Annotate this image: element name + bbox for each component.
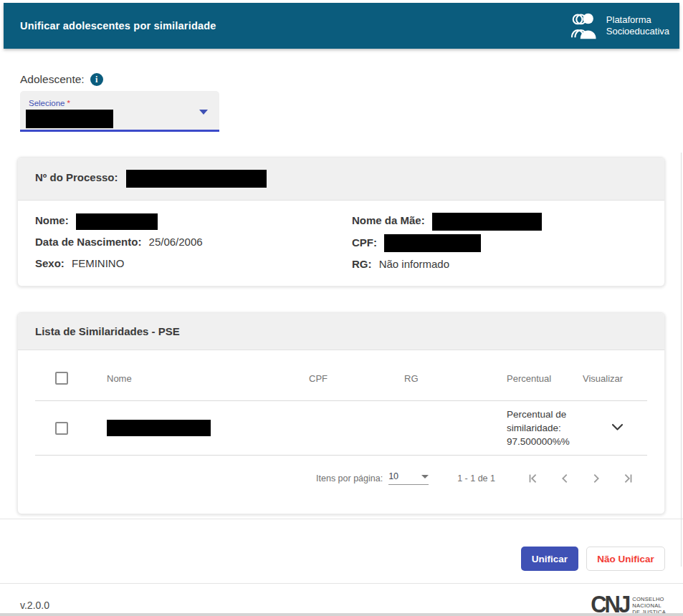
- unificar-button[interactable]: Unificar: [521, 547, 578, 571]
- next-page-icon[interactable]: [590, 472, 603, 485]
- mae-label: Nome da Mãe:: [352, 214, 425, 226]
- nascimento-value: 25/06/2006: [149, 236, 203, 248]
- scrollbar-track[interactable]: [681, 153, 682, 567]
- column-header-nome: Nome: [107, 350, 309, 401]
- people-logo-icon: [571, 10, 600, 42]
- row-cpf-cell: [309, 401, 404, 456]
- page-size-value: 10: [388, 471, 398, 481]
- table-row: Percentual de similaridade: 97.500000%%: [35, 401, 647, 456]
- processo-card: Nº do Processo: Nome: Data de Nascimento…: [17, 157, 665, 287]
- app-footer: v.2.0.0 CNJ CONSELHO NACIONAL DE JUSTIÇA: [0, 584, 683, 616]
- window-edge: [0, 613, 683, 616]
- select-floating-label: Selecione*: [29, 99, 70, 107]
- select-dropdown-arrow-icon: [199, 110, 208, 115]
- app-header: Unificar adolescentes por similaridade P…: [4, 3, 679, 49]
- column-header-cpf: CPF: [309, 350, 404, 401]
- cpf-label: CPF:: [352, 236, 377, 249]
- similaridades-table: Nome CPF RG Percentual Visualizar Percen…: [35, 350, 647, 456]
- rg-value: Não informado: [379, 258, 449, 270]
- first-page-icon[interactable]: [527, 472, 540, 485]
- processo-label: Nº do Processo:: [35, 171, 118, 183]
- nao-unificar-button[interactable]: Não Unificar: [586, 547, 665, 571]
- processo-card-body: Nome: Data de Nascimento: 25/06/2006 Sex…: [18, 201, 664, 286]
- nascimento-label: Data de Nascimento:: [35, 236, 141, 248]
- brand-logo: Plataforma Socioeducativa: [571, 10, 669, 42]
- sexo-label: Sexo:: [35, 257, 65, 269]
- cnj-logo-text: CONSELHO NACIONAL DE JUSTIÇA: [632, 596, 666, 615]
- last-page-icon[interactable]: [621, 472, 634, 485]
- field-nome: Nome:: [35, 211, 352, 230]
- page-range-label: 1 - 1 de 1: [457, 473, 495, 483]
- paginator: Itens por página: 10 1 - 1 de 1: [18, 456, 664, 514]
- field-cpf: CPF:: [352, 234, 647, 253]
- field-mae: Nome da Mãe:: [352, 211, 647, 231]
- field-nascimento: Data de Nascimento: 25/06/2006: [35, 233, 352, 251]
- similaridades-card: Lista de Similaridades - PSE Nome CPF RG…: [17, 312, 665, 514]
- paginator-nav: [527, 472, 634, 485]
- brand-name: Plataforma Socioeducativa: [606, 14, 669, 37]
- page-size-select[interactable]: 10: [388, 471, 429, 485]
- page-size-arrow-icon: [421, 475, 429, 478]
- redacted-mae: [432, 213, 542, 231]
- column-header-visualizar: Visualizar: [580, 350, 647, 401]
- redacted-cpf: [384, 234, 481, 252]
- adolescente-section: Adolescente: i: [20, 73, 683, 86]
- page-title: Unificar adolescentes por similaridade: [20, 20, 216, 32]
- adolescente-label: Adolescente:: [20, 73, 85, 86]
- sexo-value: FEMININO: [72, 257, 124, 269]
- previous-page-icon[interactable]: [558, 472, 571, 485]
- required-asterisk: *: [67, 99, 70, 107]
- column-header-percentual: Percentual: [507, 350, 580, 401]
- rg-label: RG:: [352, 258, 372, 270]
- redacted-selected-value: [26, 110, 113, 128]
- redacted-row-nome: [107, 420, 211, 436]
- row-checkbox[interactable]: [55, 422, 68, 435]
- processo-left-column: Nome: Data de Nascimento: 25/06/2006 Sex…: [35, 211, 352, 276]
- expand-row-chevron-down-icon[interactable]: [611, 423, 624, 431]
- items-per-page-label: Itens por página:: [316, 473, 383, 483]
- row-percentual: Percentual de similaridade: 97.500000%%: [507, 401, 580, 456]
- field-rg: RG: Não informado: [352, 255, 647, 274]
- column-header-rg: RG: [404, 350, 507, 401]
- processo-right-column: Nome da Mãe: CPF: RG: Não informado: [352, 211, 647, 276]
- similaridades-card-header: Lista de Similaridades - PSE: [18, 313, 664, 350]
- cnj-mark-icon: CNJ: [591, 592, 629, 616]
- nome-label: Nome:: [35, 214, 69, 226]
- content-divider: [0, 519, 683, 519]
- redacted-nome: [76, 213, 158, 230]
- info-icon[interactable]: i: [90, 73, 103, 86]
- select-all-checkbox[interactable]: [55, 372, 68, 385]
- table-header-row: Nome CPF RG Percentual Visualizar: [35, 350, 647, 401]
- app-version: v.2.0.0: [20, 600, 49, 611]
- row-rg-cell: [404, 401, 507, 456]
- field-sexo: Sexo: FEMININO: [35, 254, 352, 273]
- adolescente-select[interactable]: Selecione*: [20, 91, 219, 132]
- redacted-processo-number: [126, 170, 267, 188]
- action-buttons: Unificar Não Unificar: [0, 547, 665, 571]
- processo-card-header: Nº do Processo:: [18, 158, 664, 201]
